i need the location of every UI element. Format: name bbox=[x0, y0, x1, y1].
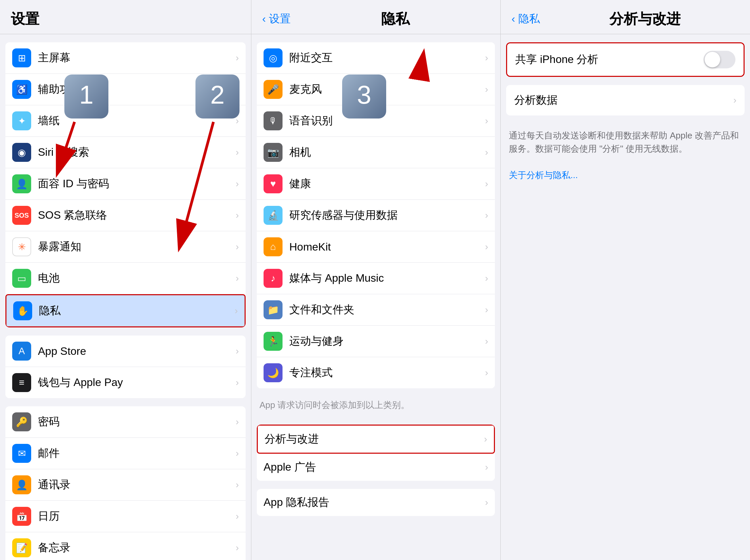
settings-item-mail[interactable]: ✉ 邮件 › bbox=[5, 438, 245, 469]
contacts-icon: 👤 bbox=[12, 475, 31, 494]
mail-chevron: › bbox=[236, 448, 239, 459]
settings-item-contacts[interactable]: 👤 通讯录 › bbox=[5, 469, 245, 501]
settings-item-privacy[interactable]: ✋ 隐私 › bbox=[5, 294, 245, 327]
contacts-chevron: › bbox=[236, 479, 239, 490]
nearby-label: 附近交互 bbox=[289, 50, 482, 65]
notes-chevron: › bbox=[236, 542, 239, 553]
focus-label: 专注模式 bbox=[289, 365, 482, 380]
ads-chevron: › bbox=[485, 462, 488, 473]
settings-item-exposure[interactable]: ✳ 暴露通知 › bbox=[5, 231, 245, 263]
nearby-chevron: › bbox=[485, 53, 488, 63]
settings-item-notes[interactable]: 📝 备忘录 › bbox=[5, 532, 245, 560]
research-chevron: › bbox=[485, 210, 488, 221]
health-chevron: › bbox=[485, 179, 488, 189]
focus-icon: 🌙 bbox=[263, 363, 282, 382]
battery-chevron: › bbox=[236, 273, 239, 284]
health-icon: ♥ bbox=[263, 174, 282, 193]
exposure-icon: ✳ bbox=[12, 237, 31, 256]
analytics-share-item[interactable]: 共享 iPhone 分析 bbox=[507, 43, 744, 76]
home-icon: ⊞ bbox=[12, 48, 31, 67]
privacy-item-homekit[interactable]: ⌂ HomeKit › bbox=[257, 231, 495, 263]
camera-icon: 📷 bbox=[263, 143, 282, 162]
calendar-label: 日历 bbox=[38, 509, 233, 524]
analytics-data-label: 分析数据 bbox=[514, 93, 731, 108]
privacy-back-link[interactable]: ‹ 设置 bbox=[262, 12, 291, 26]
settings-item-appstore[interactable]: A App Store › bbox=[5, 335, 245, 367]
media-label: 媒体与 Apple Music bbox=[289, 271, 482, 286]
settings-item-home[interactable]: ⊞ 主屏幕 › bbox=[5, 42, 245, 74]
password-chevron: › bbox=[236, 416, 239, 427]
calendar-chevron: › bbox=[236, 511, 239, 522]
privacy-column: ‹ 设置 隐私 ◎ 附近交互 › 🎤 麦克风 › 🎙 语音识别 › bbox=[251, 0, 501, 560]
settings-item-sos[interactable]: SOS SOS 紧急联络 › bbox=[5, 200, 245, 231]
appstore-label: App Store bbox=[38, 345, 233, 357]
microphone-icon: 🎤 bbox=[263, 80, 282, 99]
privacy-group-permissions: ◎ 附近交互 › 🎤 麦克风 › 🎙 语音识别 › 📷 相机 bbox=[257, 42, 495, 388]
settings-item-calendar[interactable]: 📅 日历 › bbox=[5, 501, 245, 532]
analytics-data-chevron: › bbox=[733, 95, 736, 106]
motion-label: 运动与健身 bbox=[289, 334, 482, 349]
appstore-chevron: › bbox=[236, 346, 239, 356]
privacy-item-nearby[interactable]: ◎ 附近交互 › bbox=[257, 42, 495, 74]
privacy-group-analytics: 分析与改进 › Apple 广告 › bbox=[257, 424, 495, 481]
privacy-item-focus[interactable]: 🌙 专注模式 › bbox=[257, 357, 495, 388]
speech-label: 语音识别 bbox=[289, 113, 482, 128]
settings-item-password[interactable]: 🔑 密码 › bbox=[5, 406, 245, 438]
wallet-icon: ≡ bbox=[12, 373, 31, 392]
settings-item-wallet[interactable]: ≡ 钱包与 Apple Pay › bbox=[5, 367, 245, 398]
speech-chevron: › bbox=[485, 116, 488, 126]
analytics-back-link[interactable]: ‹ 隐私 bbox=[512, 12, 540, 26]
settings-group-1: ⊞ 主屏幕 › ♿ 辅助功能 › ✦ 墙纸 › ◉ Siri 与搜索 › 👤 bbox=[5, 42, 245, 327]
privacy-item-motion[interactable]: 🏃 运动与健身 › bbox=[257, 326, 495, 357]
siri-icon: ◉ bbox=[12, 143, 31, 162]
privacy-item-camera[interactable]: 📷 相机 › bbox=[257, 137, 495, 168]
privacy-item-ads[interactable]: Apple 广告 › bbox=[257, 454, 495, 481]
analytics-data-section: 分析数据 › bbox=[506, 85, 745, 116]
faceid-label: 面容 ID 与密码 bbox=[38, 177, 233, 191]
privacy-section-note: App 请求访问时会被添加到以上类别。 bbox=[251, 396, 500, 416]
faceid-chevron: › bbox=[236, 179, 239, 189]
analytics-toggle-knob bbox=[705, 52, 720, 67]
motion-chevron: › bbox=[485, 336, 488, 347]
homekit-chevron: › bbox=[485, 242, 488, 252]
settings-item-siri[interactable]: ◉ Siri 与搜索 › bbox=[5, 137, 245, 168]
home-chevron: › bbox=[236, 53, 239, 63]
wallpaper-label: 墙纸 bbox=[38, 113, 233, 128]
research-label: 研究传感器与使用数据 bbox=[289, 208, 482, 223]
analytics-title: 分析与改进 bbox=[551, 9, 739, 28]
privacy-chevron: › bbox=[235, 305, 238, 316]
analytics-back-label: 隐私 bbox=[518, 13, 540, 25]
privacy-item-files[interactable]: 📁 文件和文件夹 › bbox=[257, 294, 495, 326]
analytics-privacy-link[interactable]: 关于分析与隐私... bbox=[509, 170, 578, 180]
files-icon: 📁 bbox=[263, 300, 282, 319]
files-label: 文件和文件夹 bbox=[289, 302, 482, 317]
settings-item-faceid[interactable]: 👤 面容 ID 与密码 › bbox=[5, 168, 245, 200]
settings-item-wallpaper[interactable]: ✦ 墙纸 › bbox=[5, 105, 245, 137]
wallpaper-chevron: › bbox=[236, 116, 239, 126]
analytics-share-toggle[interactable] bbox=[704, 51, 735, 68]
report-chevron: › bbox=[485, 497, 488, 508]
exposure-label: 暴露通知 bbox=[38, 240, 233, 254]
privacy-item-microphone[interactable]: 🎤 麦克风 › bbox=[257, 74, 495, 105]
privacy-back-label: 设置 bbox=[269, 13, 291, 25]
settings-item-accessibility[interactable]: ♿ 辅助功能 › bbox=[5, 74, 245, 105]
analytics-column: ‹ 隐私 分析与改进 共享 iPhone 分析 分析数据 › 通过每天自动发送诊… bbox=[501, 0, 750, 560]
microphone-chevron: › bbox=[485, 84, 488, 95]
privacy-item-research[interactable]: 🔬 研究传感器与使用数据 › bbox=[257, 200, 495, 231]
privacy-item-health[interactable]: ♥ 健康 › bbox=[257, 168, 495, 200]
settings-group-2: A App Store › ≡ 钱包与 Apple Pay › bbox=[5, 335, 245, 398]
settings-column: 设置 ⊞ 主屏幕 › ♿ 辅助功能 › ✦ 墙纸 › ◉ Siri 与搜索 bbox=[0, 0, 251, 560]
appstore-icon: A bbox=[12, 341, 31, 360]
files-chevron: › bbox=[485, 304, 488, 315]
settings-title: 设置 bbox=[11, 11, 39, 27]
sos-icon: SOS bbox=[12, 206, 31, 225]
settings-item-battery[interactable]: ▭ 电池 › bbox=[5, 263, 245, 294]
siri-label: Siri 与搜索 bbox=[38, 145, 233, 160]
accessibility-chevron: › bbox=[236, 84, 239, 95]
privacy-item-report[interactable]: App 隐私报告 › bbox=[257, 489, 495, 516]
privacy-item-speech[interactable]: 🎙 语音识别 › bbox=[257, 105, 495, 137]
settings-group-3: 🔑 密码 › ✉ 邮件 › 👤 通讯录 › 📅 日历 › 📝 备忘录 bbox=[5, 406, 245, 560]
privacy-item-analytics[interactable]: 分析与改进 › bbox=[257, 424, 495, 454]
privacy-item-media[interactable]: ♪ 媒体与 Apple Music › bbox=[257, 263, 495, 294]
analytics-data-item[interactable]: 分析数据 › bbox=[506, 85, 745, 116]
